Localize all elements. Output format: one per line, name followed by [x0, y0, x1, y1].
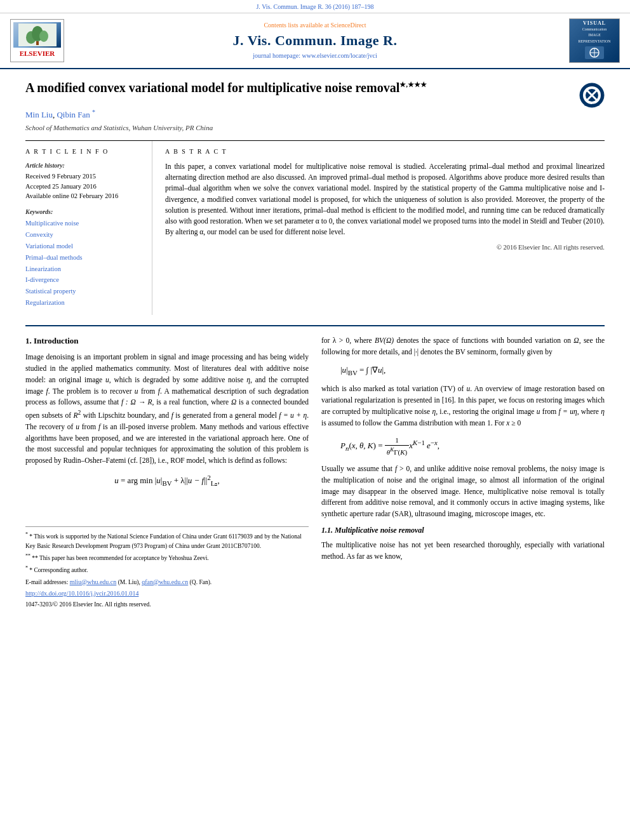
keyword-5[interactable]: Linearization: [25, 263, 144, 275]
abstract-column: A B S T R A C T In this paper, a convex …: [165, 141, 605, 315]
title-stars: ★,★★★: [399, 81, 427, 88]
footnote-1: * * This work is supported by the Nation…: [25, 531, 309, 550]
journal-center: Contents lists available at ScienceDirec…: [67, 21, 563, 61]
keyword-2[interactable]: Convexity: [25, 229, 144, 241]
svg-rect-4: [36, 41, 39, 45]
footnote-2: ** ** This paper has been recommended fo…: [25, 552, 309, 563]
right-paragraph-1: for λ > 0, where BV(Ω) denotes the space…: [321, 335, 605, 358]
received-date: Received 9 February 2015: [25, 171, 144, 182]
paper-title: A modified convex variational model for …: [25, 79, 427, 96]
info-abstract-section: A R T I C L E I N F O Article history: R…: [25, 140, 605, 315]
keyword-3[interactable]: Variational model: [25, 241, 144, 252]
keywords-list: Multiplicative noise Convexity Variation…: [25, 218, 144, 309]
svg-text:CrossMark: CrossMark: [584, 103, 600, 107]
accepted-date: Accepted 25 January 2016: [25, 182, 144, 192]
bv-formula: |u|BV = ∫ |∇u|,: [340, 364, 605, 378]
body-content: 1. Introduction Image denoising is an im…: [25, 325, 605, 611]
journal-title: J. Vis. Commun. Image R.: [67, 31, 563, 51]
journal-logo-right: VISUAL Communication IMAGE REPRESENTATIO…: [563, 18, 620, 63]
doi-line: http://dx.doi.org/10.1016/j.jvcir.2016.0…: [25, 589, 309, 598]
visual-commun-logo: VISUAL Communication IMAGE REPRESENTATIO…: [569, 18, 620, 63]
email-2-link[interactable]: qfan@whu.edu.cn: [142, 578, 188, 585]
subsection-1-1-title: 1.1. Multiplicative noise removal: [321, 525, 605, 536]
keywords-block: Keywords: Multiplicative noise Convexity…: [25, 208, 144, 309]
right-paragraph-2: which is also marked as total variation …: [321, 383, 605, 429]
email-1-link[interactable]: mliu@whu.edu.cn: [70, 578, 117, 585]
keyword-8[interactable]: Regularization: [25, 297, 144, 309]
intro-paragraph-1: Image denoising is an important problem …: [25, 352, 309, 467]
intro-section-title: 1. Introduction: [25, 335, 309, 347]
email-line: E-mail addresses: mliu@whu.edu.cn (M. Li…: [25, 577, 309, 587]
main-content: A modified convex variational model for …: [0, 69, 630, 621]
journal-ref-text: J. Vis. Commun. Image R. 36 (2016) 187–1…: [256, 3, 373, 10]
elsevier-box: ELSEVIER: [10, 19, 64, 62]
article-info-column: A R T I C L E I N F O Article history: R…: [25, 141, 152, 315]
keyword-4[interactable]: Primal–dual methods: [25, 252, 144, 263]
elsevier-tree-image: [13, 22, 61, 48]
article-info-label: A R T I C L E I N F O: [25, 147, 144, 156]
elsevier-brand-text: ELSEVIER: [13, 49, 61, 58]
sciencedirect-name[interactable]: ScienceDirect: [330, 22, 366, 29]
rof-formula: u = arg min |u|BV + λ||u − f||2L₂,: [25, 473, 309, 488]
history-label: Article history:: [25, 161, 144, 170]
copyright-text: © 2016 Elsevier Inc. All rights reserved…: [165, 243, 605, 253]
keywords-label: Keywords:: [25, 208, 144, 217]
doi-link[interactable]: http://dx.doi.org/10.1016/j.jvcir.2016.0…: [25, 590, 138, 597]
gamma-formula: Pn(x, θ, K) = 1θKΓ(K)xK−1 e−x,: [340, 436, 605, 457]
author-qibin-fan: Qibin Fan: [57, 110, 90, 119]
sciencedirect-line: Contents lists available at ScienceDirec…: [67, 21, 563, 30]
article-history-block: Article history: Received 9 February 201…: [25, 161, 144, 201]
abstract-text: In this paper, a convex variational mode…: [165, 161, 605, 238]
title-section: A modified convex variational model for …: [25, 79, 605, 108]
authors-line: Min Liu, Qibin Fan *: [25, 108, 605, 121]
keyword-6[interactable]: I-divergence: [25, 274, 144, 286]
available-date: Available online 02 February 2016: [25, 191, 144, 201]
body-left-column: 1. Introduction Image denoising is an im…: [25, 335, 309, 611]
svg-point-3: [39, 30, 48, 42]
title-block: A modified convex variational model for …: [25, 79, 427, 101]
right-paragraph-4: The multiplicative noise has not yet bee…: [321, 540, 605, 563]
issn-line: 1047-3203/© 2016 Elsevier Inc. All right…: [25, 600, 309, 609]
journal-reference-bar: J. Vis. Commun. Image R. 36 (2016) 187–1…: [0, 0, 630, 13]
corresponding-star: *: [92, 109, 95, 116]
elsevier-logo-area: ELSEVIER: [10, 19, 67, 62]
journal-header: ELSEVIER Contents lists available at Sci…: [0, 13, 630, 69]
footnotes-section: * * This work is supported by the Nation…: [25, 526, 309, 609]
journal-homepage: journal homepage: www.elsevier.com/locat…: [67, 51, 563, 60]
author-min-liu: Min Liu: [25, 110, 53, 119]
affiliation: School of Mathematics and Statistics, Wu…: [25, 123, 605, 133]
keyword-1[interactable]: Multiplicative noise: [25, 218, 144, 229]
body-right-column: for λ > 0, where BV(Ω) denotes the space…: [321, 335, 605, 611]
crossmark-logo[interactable]: CrossMark: [579, 83, 605, 108]
keyword-7[interactable]: Statistical property: [25, 286, 144, 297]
right-paragraph-3: Usually we assume that f > 0, and unlike…: [321, 463, 605, 520]
footnote-3: * * Corresponding author.: [25, 564, 309, 575]
abstract-label: A B S T R A C T: [165, 147, 605, 156]
